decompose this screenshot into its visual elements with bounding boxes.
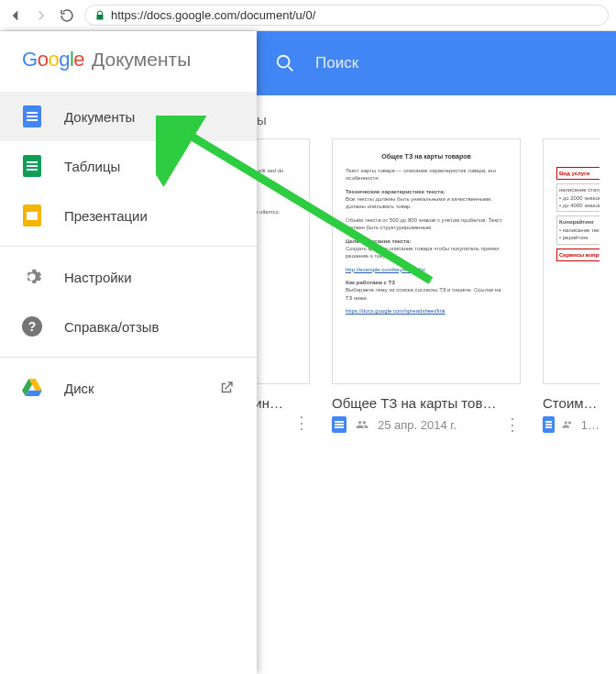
lock-icon: [94, 10, 105, 21]
nav-drawer: Google Документы Документы Таблицы Презе…: [0, 31, 257, 674]
help-icon: ?: [22, 316, 42, 337]
browser-chrome: https://docs.google.com/document/u/0/: [0, 0, 616, 31]
menu-label: Презентации: [64, 208, 148, 224]
search-icon: [275, 53, 295, 73]
menu-sheets[interactable]: Таблицы: [0, 141, 257, 191]
settings-menu: Настройки ? Справка/отзыв: [0, 252, 257, 351]
doc-thumbnail: Общее ТЗ на карты товаров Текст карты то…: [332, 138, 521, 384]
menu-help[interactable]: ? Справка/отзыв: [0, 302, 257, 351]
doc-thumbnail: Стоимость работ Вид услуги написание ста…: [543, 138, 600, 384]
doc-meta: 25 апр. 2014 г. ⋮: [332, 416, 521, 433]
docs-icon: [332, 416, 346, 433]
google-logo: Google: [22, 48, 84, 72]
sheets-icon: [23, 155, 41, 177]
doc-title: Общее ТЗ на карты тов…: [332, 395, 521, 411]
menu-label: Таблицы: [64, 159, 120, 174]
search-box[interactable]: [275, 53, 572, 73]
shared-icon: [562, 418, 574, 431]
apps-menu: Документы Таблицы Презентации: [0, 92, 257, 240]
doc-card[interactable]: Общее ТЗ на карты товаров Текст карты то…: [332, 138, 521, 433]
back-icon[interactable]: [7, 7, 24, 24]
drive-menu: Диск: [0, 363, 257, 413]
menu-slides[interactable]: Презентации: [0, 191, 257, 240]
brand: Google Документы: [0, 31, 257, 92]
doc-card[interactable]: Стоимость работ Вид услуги написание ста…: [543, 138, 600, 433]
doc-title: Стоимос…: [543, 395, 600, 411]
menu-settings[interactable]: Настройки: [0, 252, 257, 302]
more-icon[interactable]: ⋮: [293, 419, 310, 427]
more-icon[interactable]: ⋮: [504, 421, 521, 429]
url-text: https://docs.google.com/document/u/0/: [111, 8, 315, 22]
menu-label: Документы: [64, 109, 135, 125]
reload-icon[interactable]: [59, 7, 75, 24]
product-name: Документы: [92, 49, 191, 71]
slides-icon: [23, 204, 41, 227]
search-input[interactable]: [315, 54, 572, 72]
gear-icon: [22, 267, 42, 287]
doc-meta: 1…: [543, 416, 600, 433]
menu-docs[interactable]: Документы: [0, 92, 257, 141]
docs-icon: [543, 416, 555, 433]
address-bar[interactable]: https://docs.google.com/document/u/0/: [84, 5, 609, 26]
drive-icon: [22, 379, 42, 397]
separator: [0, 357, 257, 358]
doc-date: 25 апр. 2014 г.: [378, 418, 456, 432]
forward-icon[interactable]: [33, 7, 50, 24]
open-external-icon: [218, 380, 235, 396]
menu-label: Диск: [64, 381, 94, 396]
docs-icon: [23, 105, 41, 127]
doc-date: 1…: [581, 418, 600, 432]
section-letter: ы: [257, 112, 616, 127]
shared-icon: [354, 418, 370, 431]
menu-drive[interactable]: Диск: [0, 363, 257, 413]
separator: [0, 246, 257, 247]
menu-label: Настройки: [64, 270, 132, 285]
menu-label: Справка/отзыв: [64, 319, 160, 335]
